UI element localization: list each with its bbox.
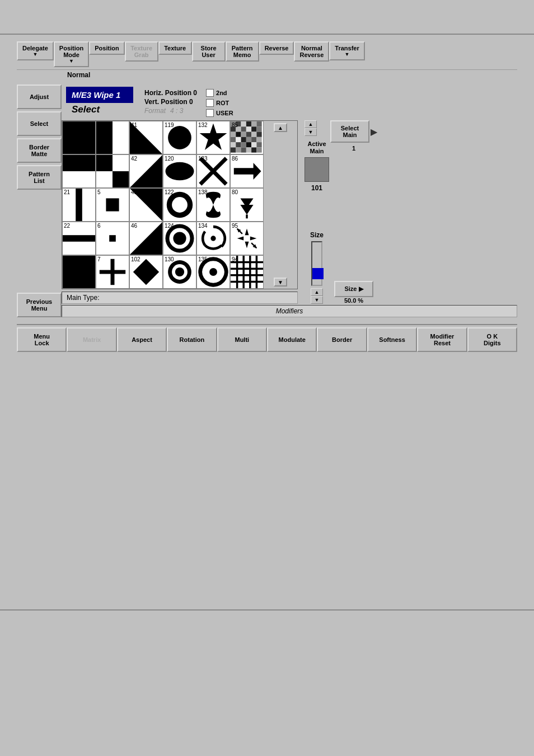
normal-reverse-button[interactable]: Normal Reverse <box>294 41 329 62</box>
pattern-cell-85[interactable]: 85 <box>230 121 264 154</box>
pattern-cell-4[interactable]: 4 <box>96 154 129 188</box>
pattern-cell-7[interactable]: 7 <box>96 255 129 289</box>
grid-scroll-down[interactable]: ▼ <box>274 278 287 287</box>
position-info: Horiz. Position 0 Vert. Position 0 Forma… <box>140 87 202 117</box>
pattern-cell-135[interactable]: 135 <box>196 255 230 289</box>
pattern-cell-42[interactable]: 42 <box>129 154 163 188</box>
select-main-arrow[interactable]: ▶ <box>371 126 377 137</box>
svg-rect-19 <box>246 126 251 132</box>
format-row: Format 4 : 3 <box>144 107 197 115</box>
rotation-button[interactable]: Rotation <box>167 327 217 352</box>
pattern-cell-21[interactable]: 21 <box>62 188 96 222</box>
pattern-cell-80[interactable]: 80 <box>230 188 264 222</box>
pattern-cell-134[interactable]: 134 <box>196 222 230 255</box>
modulate-button[interactable]: Modulate <box>267 327 317 352</box>
checkbox-user[interactable] <box>206 109 214 117</box>
svg-rect-28 <box>231 137 236 142</box>
transfer-button[interactable]: Transfer <box>329 41 364 60</box>
pattern-cell-5[interactable]: 5 <box>96 188 129 222</box>
pattern-cell-124[interactable]: 124 <box>163 222 196 255</box>
previous-menu-button[interactable]: Previous Menu <box>17 293 62 317</box>
position-button[interactable]: Position <box>89 41 124 55</box>
pattern-cell-132[interactable]: 132 <box>196 121 230 154</box>
svg-rect-44 <box>251 147 256 152</box>
pattern-cell-138[interactable]: 138 <box>196 188 230 222</box>
checkbox-rot[interactable] <box>206 99 214 107</box>
pattern-cell-119[interactable]: 119 <box>163 121 196 154</box>
pattern-cell-101[interactable]: 101 <box>62 255 96 289</box>
active-main-num: 101 <box>305 184 329 192</box>
ok-digits-button[interactable]: O K Digits <box>467 327 517 352</box>
pattern-cell-22[interactable]: 22 <box>62 222 96 255</box>
scroll-col-mid1 <box>264 154 297 188</box>
pattern-cell-45[interactable]: 45 <box>129 188 163 222</box>
top-info-row: M/E3 Wipe 1 Select Horiz. Position 0 Ver… <box>62 84 517 120</box>
pattern-cell-46[interactable]: 46 <box>129 222 163 255</box>
pattern-cell-95[interactable]: 95 <box>230 222 264 255</box>
scroll-col-mid3 <box>264 222 297 255</box>
pattern-cell-1[interactable]: 1 <box>62 121 96 154</box>
pattern-list-button[interactable]: Pattern List <box>17 165 62 190</box>
aspect-button[interactable]: Aspect <box>117 327 167 352</box>
svg-point-54 <box>165 162 194 180</box>
scroll-col-bottom: ▼ <box>264 255 297 289</box>
pattern-cell-94[interactable]: 94 <box>230 255 264 289</box>
multi-button[interactable]: Multi <box>217 327 267 352</box>
position-mode-button[interactable]: Position Mode <box>54 41 89 67</box>
svg-rect-43 <box>246 147 251 152</box>
checkbox-2nd-row: 2nd <box>206 89 233 97</box>
svg-rect-18 <box>241 126 246 132</box>
svg-rect-46 <box>63 155 95 171</box>
pattern-cell-41[interactable]: 41 <box>129 121 163 154</box>
active-main-section: Active Main 101 <box>305 140 329 192</box>
softness-button[interactable]: Softness <box>367 327 417 352</box>
select-button[interactable]: Select <box>17 111 62 136</box>
svg-rect-50 <box>113 171 129 187</box>
modifier-reset-button[interactable]: Modifier Reset <box>417 327 467 352</box>
texture-button[interactable]: Texture <box>158 41 192 55</box>
pattern-memo-button[interactable]: Pattern Memo <box>226 41 259 62</box>
reverse-button[interactable]: Reverse <box>259 41 294 55</box>
size-section: Size ▲ ▼ <box>305 227 329 304</box>
right-scroll-up[interactable]: ▲ <box>305 120 317 128</box>
svg-rect-35 <box>236 142 241 147</box>
matrix-button[interactable]: Matrix <box>67 327 116 352</box>
pattern-cell-3[interactable]: 3 <box>96 121 129 154</box>
format-label: Format <box>144 107 166 115</box>
format-value: 4 : 3 <box>170 107 183 115</box>
texture-grab-button[interactable]: Texture Grab <box>125 41 158 62</box>
svg-rect-61 <box>76 189 82 221</box>
right-col: ▲ ▼ Active Main 101 Size <box>300 120 329 304</box>
svg-point-68 <box>172 197 188 213</box>
main-container: Delegate Position Mode Position Texture … <box>17 39 517 352</box>
size-btn[interactable]: Size ▶ <box>334 281 373 297</box>
svg-rect-77 <box>109 235 116 242</box>
modifiers-label: Modifiers <box>276 307 303 315</box>
grid-scroll-up[interactable]: ▲ <box>274 123 287 132</box>
checkbox-2nd[interactable] <box>206 89 214 97</box>
svg-rect-27 <box>256 132 261 137</box>
svg-rect-26 <box>251 132 256 137</box>
svg-rect-42 <box>241 147 246 152</box>
border-button[interactable]: Border <box>317 327 367 352</box>
pattern-cell-102[interactable]: 102 <box>129 255 163 289</box>
right-scroll-down[interactable]: ▼ <box>305 128 317 136</box>
pattern-cell-122[interactable]: 122 <box>163 188 196 222</box>
pattern-cell-133[interactable]: 133 <box>196 154 230 188</box>
pattern-cell-86[interactable]: 86 <box>230 154 264 188</box>
border-matte-button[interactable]: Border Matte <box>17 138 62 163</box>
svg-rect-12 <box>241 121 246 126</box>
svg-point-83 <box>173 232 186 245</box>
right-scroll-pair: ▲ ▼ <box>305 120 329 136</box>
pattern-cell-120[interactable]: 120 <box>163 154 196 188</box>
pattern-cell-6[interactable]: 6 <box>96 222 129 255</box>
size-scroll-up[interactable]: ▲ <box>311 288 323 296</box>
size-scroll-down[interactable]: ▼ <box>311 296 323 304</box>
menu-lock-button[interactable]: Menu Lock <box>17 327 67 352</box>
adjust-button[interactable]: Adjust <box>17 84 62 109</box>
pattern-cell-130[interactable]: 130 <box>163 255 196 289</box>
select-main-button[interactable]: Select Main <box>330 120 369 143</box>
store-user-button[interactable]: Store User <box>192 41 226 62</box>
pattern-cell-2[interactable]: 2 <box>62 154 96 188</box>
delegate-button[interactable]: Delegate <box>17 41 54 60</box>
